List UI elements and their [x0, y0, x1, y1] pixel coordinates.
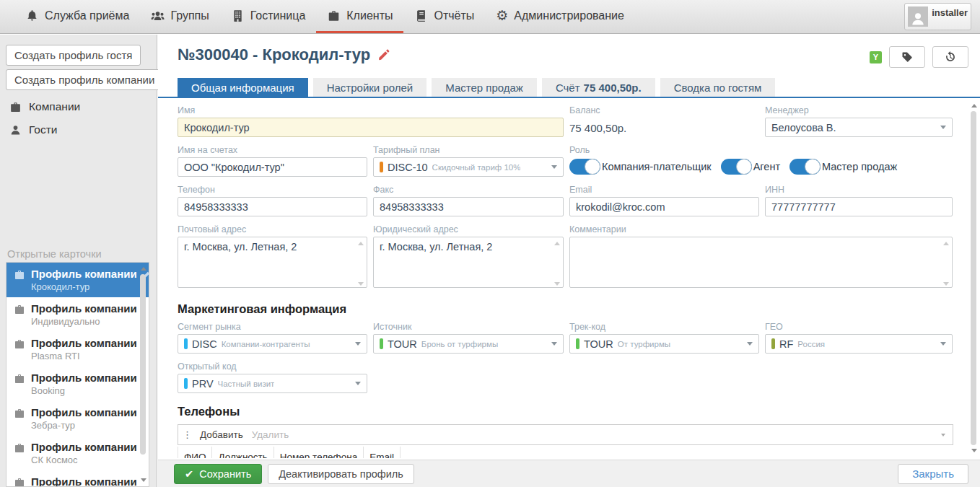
email-input[interactable]: [569, 197, 759, 216]
geo-select[interactable]: RF Россия: [765, 334, 953, 354]
billing-name-input[interactable]: [178, 157, 367, 177]
edit-title-pencil-icon[interactable]: [377, 48, 390, 61]
nav-item-hotel[interactable]: Гостиница: [220, 0, 317, 33]
card-title: Профиль компании: [31, 268, 137, 281]
open-card-booking[interactable]: Профиль компании Booking: [6, 367, 149, 401]
toggle-company-payer[interactable]: Компания-плательщик: [569, 159, 712, 175]
market-segment-label: Сегмент рынка: [178, 322, 367, 332]
source-code: TOUR: [388, 338, 417, 350]
tab-general-info[interactable]: Общая информация: [178, 78, 308, 97]
user-menu[interactable]: installer: [904, 3, 971, 30]
sidebar-item-guests[interactable]: Гости: [9, 123, 157, 136]
open-card-sk-kosmos[interactable]: Профиль компании СК Космос: [6, 436, 149, 470]
postal-address-textarea[interactable]: г. Москва, ул. Летная, 2: [178, 237, 367, 288]
tags-button[interactable]: [889, 46, 925, 68]
bell-icon: [25, 9, 39, 22]
rate-plan-code: DISC-10: [388, 162, 428, 173]
history-button[interactable]: [932, 46, 968, 68]
nav-item-label: Группы: [170, 9, 209, 22]
chevron-down-icon: [747, 342, 753, 346]
gears-icon: ⚙: [496, 9, 508, 22]
card-subtitle: Индивидуально: [31, 316, 137, 328]
content-scrollbar[interactable]: [969, 101, 979, 455]
nav-item-administration[interactable]: ⚙ Администрирование: [485, 0, 635, 33]
billing-name-label: Имя на счетах: [178, 145, 367, 155]
open-card-individualno[interactable]: Профиль компании Индивидуально: [6, 297, 149, 332]
comments-textarea[interactable]: [569, 237, 953, 288]
tab-guests-summary[interactable]: Сводка по гостям: [660, 78, 776, 97]
history-icon: [945, 51, 956, 63]
sidebar-item-label: Гости: [29, 123, 57, 136]
add-phone-button[interactable]: Добавить: [200, 429, 243, 440]
create-company-profile-button[interactable]: Создать профиль компании: [6, 69, 163, 90]
nav-item-groups[interactable]: Группы: [140, 0, 219, 33]
sidebar-list-scrollbar[interactable]: [139, 264, 148, 485]
postal-address-group: Почтовый адрес г. Москва, ул. Летная, 2: [178, 224, 367, 291]
open-card-krokodil[interactable]: Профиль компании Крокодил-тур: [6, 263, 149, 297]
nav-item-reception[interactable]: Служба приёма: [14, 0, 140, 33]
column-header-email: Email: [364, 447, 401, 458]
open-code-select[interactable]: PRV Частный визит: [178, 374, 367, 393]
delete-phone-button[interactable]: Удалить: [252, 429, 289, 440]
legal-address-textarea[interactable]: г. Москва, ул. Летная, 2: [373, 237, 564, 288]
manager-select[interactable]: Белоусова В.: [765, 118, 953, 137]
save-button[interactable]: ✔ Сохранить: [174, 464, 262, 484]
drag-handle-icon[interactable]: ⋮: [183, 430, 191, 439]
toggle-switch[interactable]: [789, 159, 821, 175]
market-segment-select[interactable]: DISC Компании-контрагенты: [178, 334, 367, 354]
toggle-switch[interactable]: [721, 159, 752, 175]
open-card-plasma-rti[interactable]: Профиль компании Plasma RTI: [6, 332, 149, 367]
fax-input[interactable]: [373, 197, 564, 216]
briefcase-icon: [14, 477, 25, 487]
inn-label: ИНН: [765, 185, 953, 195]
scrollbar-thumb[interactable]: [140, 274, 146, 455]
track-code-select[interactable]: TOUR От турфирмы: [569, 334, 759, 354]
open-code-code: PRV: [192, 378, 214, 390]
profile-number-and-name: №300040 - Крокодил-тур: [178, 45, 370, 64]
sidebar-item-companies[interactable]: Компании: [9, 100, 157, 113]
tab-role-settings[interactable]: Настройки ролей: [313, 78, 427, 97]
create-guest-profile-button[interactable]: Создать профиль гостя: [6, 45, 141, 66]
open-code-color-marker: [184, 378, 188, 389]
form-row-4: Почтовый адрес г. Москва, ул. Летная, 2 …: [178, 224, 953, 291]
source-desc: Бронь от турфирмы: [421, 340, 498, 348]
tab-sales-master[interactable]: Мастер продаж: [432, 78, 537, 97]
phone-input[interactable]: [178, 197, 367, 216]
source-group: Источник TOUR Бронь от турфирмы: [373, 322, 564, 354]
rate-plan-select[interactable]: DISC-10 Скидочный тариф 10%: [373, 157, 564, 177]
nav-item-label: Отчёты: [434, 9, 474, 22]
open-cards-list: Профиль компании Крокодил-тур Профиль ко…: [6, 262, 149, 487]
briefcase-icon: [14, 304, 25, 315]
briefcase-icon: [14, 338, 25, 350]
scroll-down-arrow: [554, 282, 560, 286]
scroll-down-arrow[interactable]: [971, 449, 977, 452]
open-card-zebra-tour[interactable]: Профиль компании Зебра-тур: [6, 401, 149, 436]
open-card-partial[interactable]: Профиль компании: [6, 470, 149, 487]
nav-item-reports[interactable]: Отчёты: [403, 0, 485, 33]
role-toggles: Компания-плательщик Агент Мастер продаж: [569, 159, 953, 175]
toolbar-chevron-down-icon[interactable]: [941, 434, 945, 436]
source-select[interactable]: TOUR Бронь от турфирмы: [373, 334, 564, 354]
tab-account[interactable]: Счёт75 400,50р.: [542, 78, 655, 97]
deactivate-profile-button[interactable]: Деактивировать профиль: [268, 464, 414, 484]
toggle-sales-master[interactable]: Мастер продаж: [789, 159, 897, 175]
inn-input[interactable]: [765, 197, 953, 216]
nav-item-label: Служба приёма: [45, 9, 129, 22]
toggle-switch[interactable]: [569, 159, 600, 175]
name-input[interactable]: [178, 118, 564, 137]
balance-group: Баланс 75 400,50р.: [569, 105, 759, 137]
segment-code: DISC: [192, 338, 217, 350]
nav-item-clients[interactable]: Клиенты: [316, 0, 403, 33]
chevron-down-icon: [940, 342, 946, 346]
toggle-agent[interactable]: Агент: [721, 159, 780, 175]
source-color-marker: [380, 338, 383, 349]
close-button[interactable]: Закрыть: [898, 464, 968, 484]
briefcase-icon: [9, 101, 22, 113]
chevron-down-icon: [940, 126, 946, 129]
sidebar-item-label: Компании: [29, 100, 80, 113]
scroll-up-arrow[interactable]: [971, 104, 977, 108]
scroll-down-arrow[interactable]: [141, 478, 146, 482]
scroll-up-arrow[interactable]: [141, 267, 146, 271]
scrollbar-thumb[interactable]: [971, 111, 976, 445]
card-subtitle: Booking: [31, 385, 137, 398]
